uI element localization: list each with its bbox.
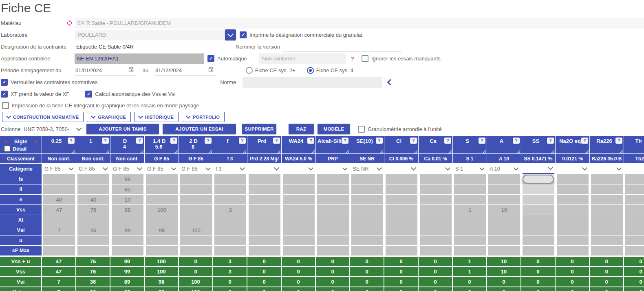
- column-resize-handle[interactable]: [585, 149, 589, 153]
- grid-cell[interactable]: [214, 246, 246, 255]
- modele-button[interactable]: MODÈLE: [318, 124, 350, 134]
- grid-cell[interactable]: [591, 246, 623, 255]
- help-button[interactable]: ?: [273, 138, 280, 144]
- grid-cell[interactable]: [214, 225, 246, 235]
- grid-cell[interactable]: [249, 246, 280, 255]
- grid-cell[interactable]: [523, 225, 554, 235]
- version-input[interactable]: [282, 42, 401, 52]
- grid-cell[interactable]: [214, 174, 246, 184]
- grid-cell[interactable]: 3: [214, 205, 246, 215]
- grid-cell[interactable]: [43, 184, 75, 194]
- grid-cell[interactable]: [591, 174, 623, 184]
- calcul-auto-checkbox[interactable]: [85, 91, 92, 98]
- grid-cell[interactable]: [283, 215, 315, 225]
- grid-cell[interactable]: [488, 215, 520, 225]
- help-button[interactable]: ?: [615, 138, 622, 144]
- column-resize-handle[interactable]: [482, 149, 486, 153]
- help-button[interactable]: ?: [307, 138, 314, 144]
- grid-cell[interactable]: [283, 174, 315, 184]
- grid-cell[interactable]: [317, 205, 349, 215]
- grid-cell[interactable]: [386, 174, 417, 184]
- grid-cell[interactable]: [523, 205, 554, 215]
- grid-cell[interactable]: [386, 215, 417, 225]
- grid-cell[interactable]: 10: [112, 195, 143, 204]
- help-button[interactable]: ?: [342, 138, 348, 144]
- xt-checkbox[interactable]: [1, 91, 8, 98]
- grid-cell[interactable]: 99: [112, 205, 143, 215]
- grid-cell[interactable]: [454, 174, 486, 184]
- help-button[interactable]: ?: [205, 138, 212, 144]
- grid-cell[interactable]: [420, 215, 452, 225]
- grid-cell[interactable]: [146, 174, 178, 184]
- grid-cell[interactable]: [146, 195, 178, 204]
- panel-historique[interactable]: HISTORIQUE: [134, 112, 179, 122]
- grid-cell[interactable]: [557, 195, 589, 204]
- grid-cell[interactable]: [180, 174, 212, 184]
- grid-cell[interactable]: [351, 225, 383, 235]
- supprimer-button[interactable]: SUPPRIMER: [242, 124, 276, 134]
- help-button[interactable]: ?: [68, 138, 75, 144]
- conformite-help[interactable]: ?: [351, 56, 354, 62]
- fiche-sys4-radio[interactable]: [307, 67, 314, 74]
- categorie-select[interactable]: [317, 164, 349, 174]
- grid-cell[interactable]: [454, 225, 486, 235]
- collapse-left-icon[interactable]: [387, 79, 394, 86]
- grid-cell[interactable]: [43, 174, 75, 184]
- categorie-select[interactable]: [523, 164, 554, 174]
- prev-column-button[interactable]: <: [4, 138, 7, 144]
- grid-cell[interactable]: [523, 246, 554, 255]
- grid-cell[interactable]: [249, 184, 280, 194]
- grid-cell[interactable]: 100: [146, 205, 178, 215]
- grid-cell[interactable]: [214, 184, 246, 194]
- grid-cell[interactable]: [351, 174, 383, 184]
- grid-cell[interactable]: [180, 205, 212, 215]
- calendar-icon[interactable]: [208, 67, 214, 74]
- grid-cell[interactable]: [488, 195, 520, 204]
- grid-cell[interactable]: [523, 184, 554, 194]
- categorie-select[interactable]: [249, 164, 280, 174]
- grid-cell[interactable]: [214, 195, 246, 204]
- grid-cell[interactable]: [625, 205, 644, 215]
- grid-cell[interactable]: [488, 235, 520, 245]
- grid-cell[interactable]: [488, 174, 520, 184]
- categorie-select[interactable]: [591, 164, 623, 174]
- grid-cell[interactable]: [420, 184, 452, 194]
- sync-icon[interactable]: [66, 20, 75, 27]
- categorie-select[interactable]: S 1: [454, 164, 486, 174]
- ignorer-essais-checkbox[interactable]: [362, 55, 368, 62]
- column-resize-handle[interactable]: [379, 149, 384, 153]
- categorie-select[interactable]: G F 85: [112, 164, 143, 174]
- grid-cell[interactable]: [146, 235, 178, 245]
- grid-cell[interactable]: [454, 235, 486, 245]
- grid-cell[interactable]: [317, 215, 349, 225]
- laboratoire-input[interactable]: POULLARD: [75, 30, 225, 40]
- grid-cell[interactable]: [249, 205, 280, 215]
- grid-cell[interactable]: [180, 246, 212, 255]
- panel-portfolio[interactable]: PORTFOLIO: [182, 112, 225, 122]
- grid-cell[interactable]: [625, 246, 644, 255]
- column-resize-handle[interactable]: [140, 149, 144, 153]
- raz-button[interactable]: RAZ: [289, 124, 314, 134]
- grid-cell[interactable]: [591, 215, 623, 225]
- grid-cell[interactable]: [214, 215, 246, 225]
- grid-cell[interactable]: [351, 205, 383, 215]
- panel-construction-normative[interactable]: CONSTRUCTION NORMATIVE: [2, 112, 84, 122]
- grid-cell[interactable]: [420, 195, 452, 204]
- help-button[interactable]: ?: [513, 138, 520, 144]
- next-column-button[interactable]: >: [34, 138, 37, 144]
- imprime-designation-checkbox[interactable]: [240, 31, 247, 38]
- help-button[interactable]: ?: [444, 138, 451, 144]
- column-resize-handle[interactable]: [551, 149, 555, 153]
- grid-cell[interactable]: [351, 235, 383, 245]
- column-resize-handle[interactable]: [448, 149, 452, 153]
- categorie-select[interactable]: A 10: [488, 164, 520, 174]
- grid-cell[interactable]: [317, 184, 349, 194]
- grid-cell[interactable]: 40: [43, 195, 75, 204]
- laboratoire-dropdown-button[interactable]: [225, 29, 236, 40]
- grid-cell[interactable]: [523, 215, 554, 225]
- grid-cell[interactable]: [557, 174, 589, 184]
- grid-cell[interactable]: [420, 225, 452, 235]
- grid-cell[interactable]: [317, 225, 349, 235]
- grid-cell[interactable]: [112, 215, 143, 225]
- grid-cell[interactable]: [77, 184, 109, 194]
